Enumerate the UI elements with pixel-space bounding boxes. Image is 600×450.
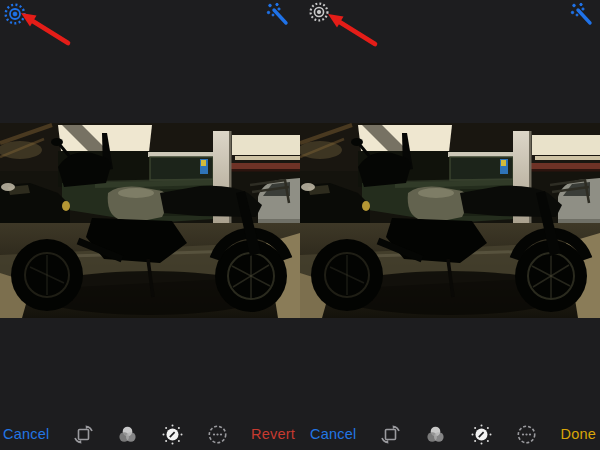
adjust-dial-icon-selected[interactable]: [162, 423, 184, 445]
filters-icon[interactable]: [425, 423, 447, 445]
cancel-button[interactable]: Cancel: [3, 426, 49, 442]
auto-enhance-wand-icon[interactable]: [570, 2, 594, 26]
edit-toolbar: Cancel Revert: [0, 418, 300, 450]
done-button[interactable]: Done: [561, 426, 596, 442]
red-arrow-annotation: [16, 9, 78, 51]
red-arrow-annotation: [323, 10, 385, 52]
crop-rotate-icon[interactable]: [72, 423, 94, 445]
adjust-dial-icon-selected[interactable]: [470, 423, 492, 445]
cancel-button[interactable]: Cancel: [310, 426, 356, 442]
screenshot-comparison: Cancel Revert Cancel: [0, 0, 600, 450]
revert-button[interactable]: Revert: [251, 426, 295, 442]
crop-rotate-icon[interactable]: [380, 423, 402, 445]
more-ellipsis-icon[interactable]: [206, 423, 228, 445]
edit-toolbar: Cancel Done: [300, 418, 600, 450]
filters-icon[interactable]: [117, 423, 139, 445]
right-screenshot: Cancel Done: [300, 0, 600, 450]
left-screenshot: Cancel Revert: [0, 0, 300, 450]
photo-motorcycle-garage: [0, 123, 300, 318]
more-ellipsis-icon[interactable]: [515, 423, 537, 445]
auto-enhance-wand-icon[interactable]: [266, 2, 290, 26]
photo-motorcycle-garage: [300, 123, 600, 318]
